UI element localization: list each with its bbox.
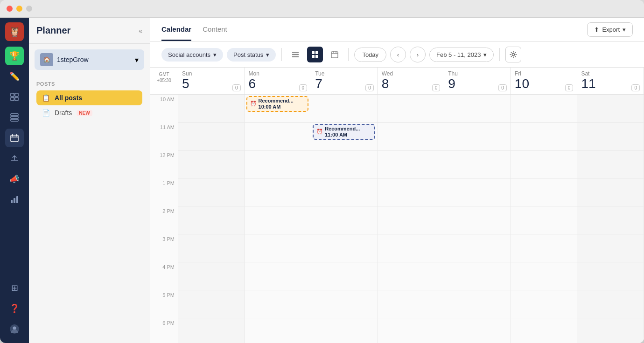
calendar-cell-8-4[interactable] [444,318,511,343]
calendar-cell-6-6[interactable] [577,262,644,290]
sidebar-item-compose[interactable]: ✏️ [5,67,24,86]
calendar-cell-1-6[interactable] [577,123,644,151]
export-button[interactable]: ⬆ Export ▾ [587,22,633,37]
sidebar-item-apps[interactable]: ⊞ [5,279,24,297]
calendar-cell-6-3[interactable] [378,262,445,290]
calendar-cell-3-1[interactable] [245,178,312,206]
view-grid-button[interactable] [307,47,323,62]
calendar-cell-4-4[interactable] [444,206,511,234]
sidebar-item-rewards[interactable]: 🏆 [5,47,24,65]
calendar-cell-1-0[interactable] [178,123,245,151]
calendar-cell-0-2[interactable] [311,95,378,123]
calendar-cell-5-0[interactable] [178,234,245,262]
calendar-cell-7-4[interactable] [444,290,511,318]
calendar-cell-4-1[interactable] [245,206,312,234]
calendar-cell-6-2[interactable] [311,262,378,290]
sidebar-item-planner[interactable] [5,129,24,147]
collapse-button[interactable]: « [139,27,142,34]
calendar-cell-5-4[interactable] [444,234,511,262]
calendar-cell-1-5[interactable] [511,123,578,151]
calendar-cell-1-4[interactable] [444,123,511,151]
export-chevron-icon: ▾ [623,26,626,33]
svg-rect-16 [312,51,315,54]
calendar-cell-8-2[interactable] [311,318,378,343]
calendar-cell-5-1[interactable] [245,234,312,262]
calendar-cell-3-4[interactable] [444,178,511,206]
next-button[interactable]: › [410,47,426,62]
calendar-container[interactable]: GMT +05:30 Sun 5 0 Mon [150,68,644,343]
sidebar-item-dashboard[interactable] [5,88,24,106]
workspace-selector[interactable]: 🏠 1stepGrow ▾ [35,49,144,70]
calendar-cell-7-6[interactable] [577,290,644,318]
calendar-cell-1-3[interactable] [378,123,445,151]
post-status-button[interactable]: Post status ▾ [227,48,276,62]
calendar-cell-1-1[interactable] [245,123,312,151]
calendar-cell-3-3[interactable] [378,178,445,206]
nav-item-all-posts[interactable]: 📋 All posts [36,90,142,105]
view-calendar-button[interactable] [327,47,343,62]
calendar-cell-2-1[interactable] [245,151,312,178]
view-list-button[interactable] [287,47,303,62]
calendar-cell-3-2[interactable] [311,178,378,206]
sidebar-item-analytics[interactable] [5,190,24,209]
calendar-cell-2-2[interactable] [311,151,378,178]
sidebar-item-campaigns[interactable]: 📣 [5,170,24,188]
calendar-cell-5-2[interactable] [311,234,378,262]
close-button[interactable] [7,6,13,12]
calendar-cell-6-5[interactable] [511,262,578,290]
calendar-cell-0-3[interactable] [378,95,445,123]
tab-content[interactable]: Content [203,19,227,41]
calendar-cell-8-0[interactable] [178,318,245,343]
calendar-cell-4-0[interactable] [178,206,245,234]
sidebar-item-boards[interactable] [5,108,24,127]
calendar-cell-2-0[interactable] [178,151,245,178]
date-range-label: Feb 5 - 11, 2023 [436,51,481,58]
social-accounts-button[interactable]: Social accounts ▾ [161,48,223,62]
minimize-button[interactable] [16,6,22,12]
calendar-cell-4-5[interactable] [511,206,578,234]
calendar-cell-0-4[interactable] [444,95,511,123]
sidebar-item-publish[interactable] [5,149,24,168]
sidebar-item-profile[interactable] [5,320,24,338]
today-button[interactable]: Today [354,48,386,62]
calendar-cell-2-3[interactable] [378,151,445,178]
nav-item-drafts[interactable]: 📄 Drafts NEW [36,105,142,120]
date-range-button[interactable]: Feb 5 - 11, 2023 ▾ [429,48,494,62]
calendar-cell-2-5[interactable] [511,151,578,178]
calendar-cell-4-2[interactable] [311,206,378,234]
calendar-cell-3-6[interactable] [577,178,644,206]
event-card-11:00 AM[interactable]: ⏰Recommend...11:00 AM [313,124,375,140]
calendar-cell-5-3[interactable] [378,234,445,262]
calendar-cell-7-3[interactable] [378,290,445,318]
maximize-button[interactable] [26,6,32,12]
event-card-10:00 AM[interactable]: ⏰Recommend...10:00 AM [246,96,309,112]
calendar-cell-0-1[interactable]: ⏰Recommend...10:00 AM [245,95,312,123]
sidebar-item-help[interactable]: ❓ [5,299,24,318]
calendar-cell-1-2[interactable]: ⏰Recommend...11:00 AM [311,123,378,151]
calendar-cell-7-0[interactable] [178,290,245,318]
calendar-cell-5-6[interactable] [577,234,644,262]
calendar-cell-6-1[interactable] [245,262,312,290]
calendar-cell-6-4[interactable] [444,262,511,290]
calendar-cell-2-6[interactable] [577,151,644,178]
calendar-cell-3-5[interactable] [511,178,578,206]
calendar-cell-7-5[interactable] [511,290,578,318]
tab-calendar[interactable]: Calendar [161,19,191,41]
calendar-cell-8-5[interactable] [511,318,578,343]
calendar-cell-0-0[interactable] [178,95,245,123]
calendar-cell-4-6[interactable] [577,206,644,234]
calendar-cell-8-1[interactable] [245,318,312,343]
calendar-cell-4-3[interactable] [378,206,445,234]
calendar-settings-button[interactable] [505,47,521,62]
calendar-cell-0-6[interactable] [577,95,644,123]
calendar-cell-0-5[interactable] [511,95,578,123]
calendar-cell-2-4[interactable] [444,151,511,178]
calendar-cell-8-6[interactable] [577,318,644,343]
calendar-cell-5-5[interactable] [511,234,578,262]
calendar-cell-6-0[interactable] [178,262,245,290]
calendar-cell-7-1[interactable] [245,290,312,318]
calendar-cell-8-3[interactable] [378,318,445,343]
calendar-cell-3-0[interactable] [178,178,245,206]
calendar-cell-7-2[interactable] [311,290,378,318]
prev-button[interactable]: ‹ [390,47,406,62]
